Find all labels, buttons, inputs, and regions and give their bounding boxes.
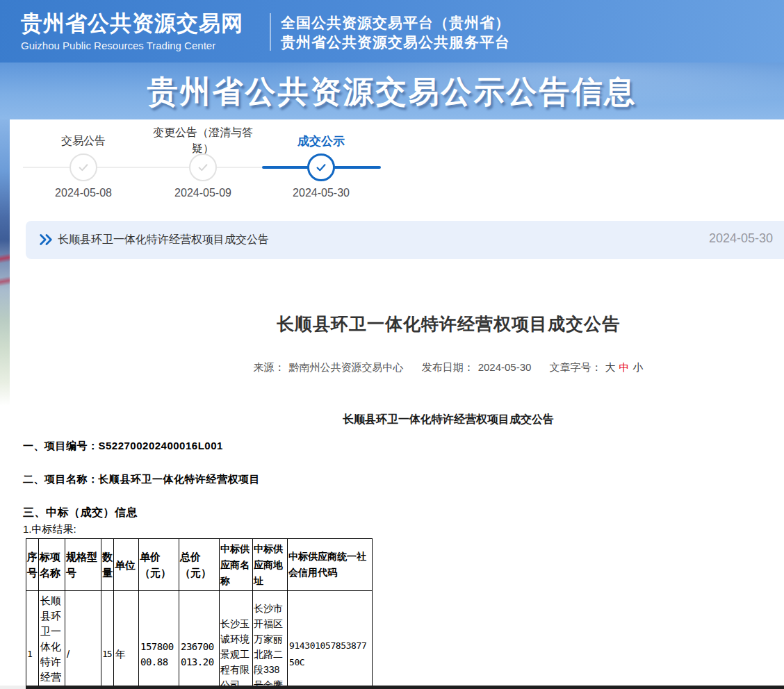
award-result-table: 序号 标项名称 规格型号 数量 单位 单价（元） 总价（元） 中标供应商名称 中…: [26, 538, 373, 689]
cell-supplier-name: 长沙玉诚环境景观工程有限公司: [220, 591, 253, 689]
col-header-spec: 规格型号: [65, 539, 101, 591]
col-header-seq: 序号: [26, 539, 39, 591]
source-label: 来源：: [253, 361, 284, 373]
cell-unit: 年: [114, 591, 139, 689]
horizontal-scrollbar-thumb[interactable]: [26, 686, 784, 689]
article-meta: 来源：黔南州公共资源交易中心 发布日期：2024-05-30 文章字号：大中小: [113, 361, 784, 374]
cell-spec: /: [65, 591, 101, 689]
table-header-row: 序号 标项名称 规格型号 数量 单位 单价（元） 总价（元） 中标供应商名称 中…: [26, 539, 373, 591]
section-award-info: 三、中标（成交）信息: [23, 506, 138, 520]
col-header-supplier-name: 中标供应商名称: [220, 539, 253, 591]
page: 贵州省公共资源交易网 Guizhou Public Resources Trad…: [0, 0, 784, 689]
cell-seq: 1: [26, 591, 39, 689]
breadcrumb: 长顺县环卫一体化特许经营权项目成交公告 2024-05-30: [26, 221, 784, 259]
font-size-small[interactable]: 小: [633, 361, 644, 373]
section-project-number: 一、项目编号：S522700202400016L001: [23, 440, 223, 453]
col-header-credit-code: 中标供应商统一社会信用代码: [288, 539, 373, 591]
table-row: 1 长顺县环卫一体化特许经营权项目 / 15 年 15780000.88 236…: [26, 591, 373, 689]
source-value: 黔南州公共资源交易中心: [288, 361, 403, 373]
stepper-line: [23, 167, 262, 168]
step-date-1: 2024-05-08: [42, 187, 125, 199]
col-header-unit-price: 单价（元）: [139, 539, 179, 591]
site-name: 贵州省公共资源交易网: [21, 11, 243, 36]
cell-item-name: 长顺县环卫一体化特许经营权项目: [39, 591, 65, 689]
double-arrow-icon: [38, 232, 54, 247]
site-name-en: Guizhou Public Resources Trading Center: [21, 38, 243, 54]
check-icon: [76, 160, 90, 174]
cell-qty: 15: [101, 591, 114, 689]
step-circle-1[interactable]: [70, 153, 97, 181]
body-title: 长顺县环卫一体化特许经营权项目成交公告: [113, 413, 784, 427]
platform-line1: 全国公共资源交易平台（贵州省）: [281, 13, 510, 33]
article-title: 长顺县环卫一体化特许经营权项目成交公告: [113, 313, 784, 335]
cell-unit-price: 15780000.88: [139, 591, 179, 689]
step-circle-3[interactable]: [307, 153, 335, 181]
step-label-change-notice[interactable]: 变更公告（澄清与答疑）: [149, 124, 257, 156]
header-divider: [270, 13, 271, 51]
cell-supplier-address: 长沙市开福区万家丽北路二段338号金鹰汇: [253, 591, 288, 689]
col-header-total-price: 总价（元）: [179, 539, 220, 591]
col-header-qty: 数量: [101, 539, 114, 591]
background-photo-strip: [0, 119, 10, 406]
step-label-trade-notice[interactable]: 交易公告: [31, 134, 136, 149]
col-header-item-name: 标项名称: [39, 539, 65, 591]
banner: 贵州省公共资源交易公示公告信息: [0, 63, 784, 119]
platform-names: 全国公共资源交易平台（贵州省） 贵州省公共资源交易公共服务平台: [281, 13, 510, 52]
step-label-deal-notice[interactable]: 成交公示: [269, 133, 373, 149]
publish-date-value: 2024-05-30: [478, 361, 532, 373]
breadcrumb-title[interactable]: 长顺县环卫一体化特许经营权项目成交公告: [58, 233, 269, 247]
check-icon: [196, 160, 210, 174]
site-header: 贵州省公共资源交易网 Guizhou Public Resources Trad…: [0, 0, 784, 63]
breadcrumb-date: 2024-05-30: [709, 231, 773, 246]
step-date-2: 2024-05-09: [161, 187, 245, 199]
col-header-unit: 单位: [114, 539, 139, 591]
font-size-large[interactable]: 大: [605, 361, 616, 373]
col-header-supplier-address: 中标供应商地址: [253, 539, 288, 591]
font-size-label: 文章字号：: [550, 361, 602, 373]
check-icon: [314, 160, 328, 174]
site-logo[interactable]: 贵州省公共资源交易网 Guizhou Public Resources Trad…: [21, 11, 243, 54]
cell-credit-code: 91430105785387750C: [288, 591, 373, 689]
banner-title: 贵州省公共资源交易公示公告信息: [0, 72, 784, 113]
cell-total-price: 236700013.20: [179, 591, 220, 689]
result-label: 1.中标结果:: [23, 523, 76, 536]
step-date-3: 2024-05-30: [279, 187, 363, 199]
section-project-name: 二、项目名称：长顺县环卫一体化特许经营权项目: [23, 473, 260, 486]
publish-date-label: 发布日期：: [422, 361, 474, 373]
platform-line2: 贵州省公共资源交易公共服务平台: [281, 33, 510, 52]
step-circle-2[interactable]: [189, 153, 217, 181]
font-size-medium[interactable]: 中: [619, 361, 630, 373]
